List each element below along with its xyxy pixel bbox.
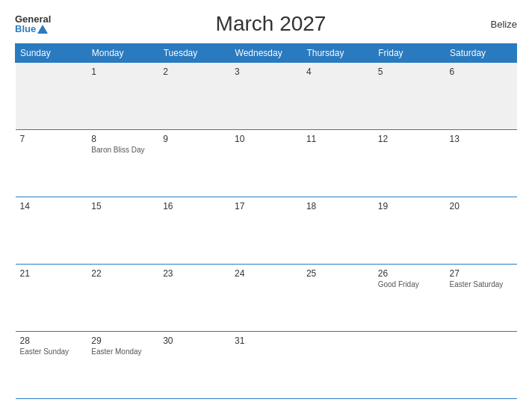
day-number: 9 [163, 134, 226, 144]
calendar-cell: 8Baron Bliss Day [87, 130, 158, 197]
calendar-cell [16, 63, 87, 130]
calendar-cell: 6 [445, 63, 517, 130]
col-header-wednesday: Wednesday [230, 44, 302, 63]
logo-blue-text: Blue [15, 24, 51, 34]
calendar-cell [445, 332, 517, 399]
calendar-cell: 17 [230, 197, 302, 265]
day-number: 1 [91, 67, 154, 77]
calendar-week-row: 28Easter Sunday29Easter Monday3031 [16, 332, 517, 399]
holiday-label: Easter Saturday [450, 280, 513, 289]
day-number: 17 [235, 201, 297, 211]
calendar-cell: 4 [302, 63, 374, 130]
calendar-cell: 24 [230, 265, 302, 332]
day-number: 25 [306, 268, 369, 279]
day-number: 12 [378, 134, 441, 144]
day-number: 21 [20, 268, 83, 279]
day-number: 6 [450, 67, 513, 77]
day-number: 14 [20, 201, 83, 211]
day-number: 30 [163, 336, 226, 346]
day-number: 18 [306, 201, 369, 211]
day-number: 24 [235, 268, 297, 279]
calendar-cell: 5 [374, 63, 445, 130]
day-number: 2 [163, 67, 226, 77]
calendar-header-row: SundayMondayTuesdayWednesdayThursdayFrid… [16, 44, 517, 63]
calendar-title: March 2027 [216, 12, 327, 36]
calendar-cell: 18 [302, 197, 374, 265]
page-header: General Blue March 2027 Belize [15, 12, 517, 36]
col-header-tuesday: Tuesday [158, 44, 230, 63]
day-number: 15 [91, 201, 154, 211]
calendar-cell: 26Good Friday [374, 265, 445, 332]
calendar-table: SundayMondayTuesdayWednesdayThursdayFrid… [15, 43, 517, 399]
day-number: 8 [91, 134, 154, 144]
calendar-cell: 27Easter Saturday [445, 265, 517, 332]
calendar-cell: 20 [445, 197, 517, 265]
day-number: 11 [306, 134, 369, 144]
day-number: 23 [163, 268, 226, 279]
calendar-cell [302, 332, 374, 399]
calendar-cell: 15 [87, 197, 158, 265]
calendar-cell: 25 [302, 265, 374, 332]
calendar-cell: 14 [16, 197, 87, 265]
calendar-week-row: 212223242526Good Friday27Easter Saturday [16, 265, 517, 332]
day-number: 28 [20, 336, 83, 346]
day-number: 31 [235, 336, 297, 346]
holiday-label: Easter Monday [91, 347, 154, 356]
day-number: 7 [20, 134, 83, 144]
calendar-cell: 9 [158, 130, 230, 197]
day-number: 19 [378, 201, 441, 211]
calendar-cell: 21 [16, 265, 87, 332]
calendar-cell: 31 [230, 332, 302, 399]
calendar-cell: 16 [158, 197, 230, 265]
logo-triangle-icon [37, 25, 48, 34]
calendar-cell: 13 [445, 130, 517, 197]
day-number: 13 [450, 134, 513, 144]
day-number: 27 [450, 268, 513, 279]
logo: General Blue [15, 14, 51, 34]
calendar-week-row: 78Baron Bliss Day910111213 [16, 130, 517, 197]
day-number: 26 [378, 268, 441, 279]
calendar-cell: 12 [374, 130, 445, 197]
col-header-monday: Monday [87, 44, 158, 63]
day-number: 22 [91, 268, 154, 279]
day-number: 16 [163, 201, 226, 211]
calendar-cell: 28Easter Sunday [16, 332, 87, 399]
calendar-week-row: 14151617181920 [16, 197, 517, 265]
calendar-cell: 30 [158, 332, 230, 399]
calendar-cell: 2 [158, 63, 230, 130]
day-number: 29 [91, 336, 154, 346]
calendar-body: 12345678Baron Bliss Day91011121314151617… [16, 63, 517, 399]
calendar-cell: 10 [230, 130, 302, 197]
col-header-friday: Friday [374, 44, 445, 63]
day-number: 10 [235, 134, 297, 144]
holiday-label: Baron Bliss Day [91, 146, 154, 155]
calendar-cell: 22 [87, 265, 158, 332]
calendar-week-row: 123456 [16, 63, 517, 130]
day-number: 5 [378, 67, 441, 77]
day-number: 4 [306, 67, 369, 77]
calendar-cell: 19 [374, 197, 445, 265]
calendar-cell: 11 [302, 130, 374, 197]
calendar-cell: 23 [158, 265, 230, 332]
calendar-cell: 1 [87, 63, 158, 130]
col-header-sunday: Sunday [16, 44, 87, 63]
col-header-saturday: Saturday [445, 44, 517, 63]
holiday-label: Easter Sunday [20, 347, 83, 356]
calendar-cell [374, 332, 445, 399]
country-label: Belize [491, 19, 517, 30]
day-number: 3 [235, 67, 297, 77]
calendar-cell: 3 [230, 63, 302, 130]
calendar-cell: 29Easter Monday [87, 332, 158, 399]
calendar-cell: 7 [16, 130, 87, 197]
col-header-thursday: Thursday [302, 44, 374, 63]
day-number: 20 [450, 201, 513, 211]
holiday-label: Good Friday [378, 280, 441, 289]
